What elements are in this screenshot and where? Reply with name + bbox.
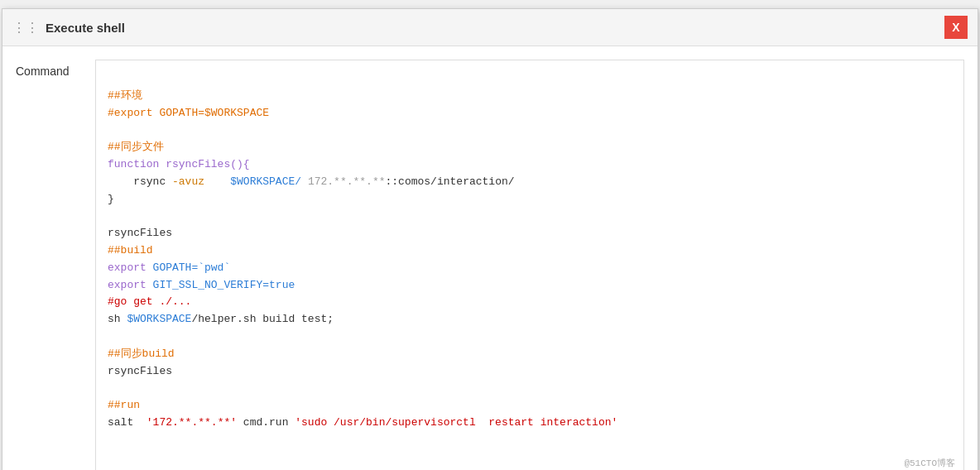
line-rsync-call2: rsyncFiles	[108, 365, 172, 377]
line-env-comment: ##环境	[108, 89, 142, 102]
line-sync-build-comment: ##同步build	[108, 348, 175, 360]
line-brace: }	[108, 193, 114, 205]
line-sh: sh $WORKSPACE/helper.sh build test;	[108, 313, 334, 325]
line-salt: salt '172.**.**.**' cmd.run 'sudo /usr/b…	[108, 416, 617, 429]
command-code-area[interactable]: ##环境 #export GOPATH=$WORKSPACE ##同步文件 fu…	[95, 60, 964, 470]
line-build-comment: ##build	[108, 244, 153, 257]
watermark: @51CTO博客	[904, 457, 955, 470]
line-function-decl: function rsyncFiles(){	[108, 158, 250, 170]
title-area: ⋮⋮ Execute shell	[12, 20, 125, 36]
line-go-get: #go get ./...	[108, 295, 191, 308]
dialog-body: Command ##环境 #export GOPATH=$WORKSPACE #…	[2, 46, 978, 470]
execute-shell-dialog: ⋮⋮ Execute shell X Command ##环境 #export …	[2, 8, 978, 470]
line-run-comment: ##run	[108, 399, 140, 411]
line-export2: export GIT_SSL_NO_VERIFY=true	[108, 279, 295, 291]
line-export1: export GOPATH=`pwd`	[108, 261, 230, 274]
dialog-title: Execute shell	[46, 21, 125, 35]
line-export-comment: #export GOPATH=$WORKSPACE	[108, 107, 269, 119]
line-rsync-call1: rsyncFiles	[108, 227, 172, 239]
command-label: Command	[16, 60, 82, 470]
line-sync-comment: ##同步文件	[108, 141, 164, 153]
grip-icon: ⋮⋮	[12, 20, 39, 36]
line-rsync: rsync -avuz $WORKSPACE/ 172.**.**.**::co…	[108, 175, 515, 188]
close-button[interactable]: X	[944, 16, 968, 39]
dialog-header: ⋮⋮ Execute shell X	[2, 9, 978, 46]
